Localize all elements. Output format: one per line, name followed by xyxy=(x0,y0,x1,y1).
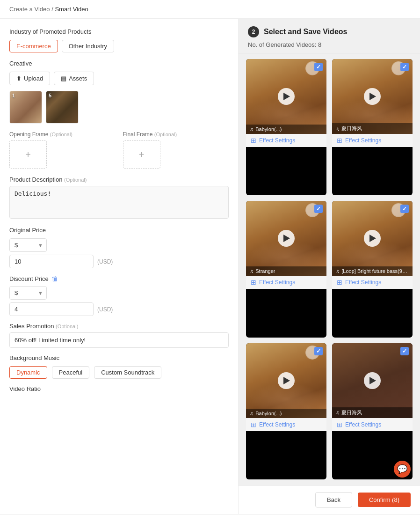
video-music-bar-6: ♫ 夏日海风 xyxy=(332,407,413,418)
effect-settings-4[interactable]: ⊞ Effect Settings xyxy=(332,276,413,289)
play-button-3[interactable] xyxy=(278,230,295,247)
discount-price-unit: (USD) xyxy=(97,306,113,313)
currency-selector: $€£¥ ▼ xyxy=(9,238,47,252)
checkmark-2: ✓ xyxy=(402,64,407,70)
effect-label-4: Effect Settings xyxy=(345,279,381,286)
thumb-number-1: 1 xyxy=(12,93,15,98)
effect-settings-1[interactable]: ⊞ Effect Settings xyxy=(246,134,326,147)
help-button[interactable]: 💬 xyxy=(394,461,411,478)
music-name-1: Babylon(...) xyxy=(255,126,282,132)
video-checkbox-4[interactable]: ✓ xyxy=(400,205,409,213)
video-card-2: ✓ ♫ 夏日海风 ⊞ Effect Settings xyxy=(332,59,413,195)
product-desc-input[interactable]: Delicious! xyxy=(9,186,229,219)
music-name-5: Babylon(...) xyxy=(255,411,282,416)
background-music-label: Background Music xyxy=(9,354,229,361)
play-icon-2 xyxy=(369,93,376,100)
effect-settings-6[interactable]: ⊞ Effect Settings xyxy=(332,418,413,431)
effect-label-2: Effect Settings xyxy=(345,137,381,144)
image-previews: 1 5 xyxy=(9,91,229,124)
breadcrumb-separator: / xyxy=(51,6,53,13)
checkmark-4: ✓ xyxy=(402,206,407,212)
discount-price-section: Discount Price 🗑 $€£¥ ▼ (USD) xyxy=(9,275,229,316)
discount-price-label: Discount Price xyxy=(9,275,49,282)
assets-icon: ▤ xyxy=(61,75,66,82)
music-custom[interactable]: Custom Soundtrack xyxy=(94,366,161,379)
delete-icon[interactable]: 🗑 xyxy=(51,275,58,282)
tag-ecommerce[interactable]: E-commerce xyxy=(9,40,58,52)
video-checkbox-1[interactable]: ✓ xyxy=(314,63,323,71)
upload-icon: ⬆ xyxy=(16,75,22,82)
discount-currency-selector: $€£¥ ▼ xyxy=(9,286,47,300)
opening-frame-upload[interactable]: + xyxy=(9,140,47,169)
breadcrumb: Create a Video / Smart Video xyxy=(0,0,420,19)
discount-price-input[interactable] xyxy=(9,302,94,316)
effect-settings-3[interactable]: ⊞ Effect Settings xyxy=(246,276,326,289)
currency-select[interactable]: $€£¥ xyxy=(9,238,47,252)
right-header: 2 Select and Save Videos No. of Generate… xyxy=(239,19,420,53)
original-price-input-row: (USD) xyxy=(9,255,229,268)
video-card-4: ✓ ♫ [Loop] Bright future bass(9397... ⊞ … xyxy=(332,201,413,337)
video-music-bar-1: ♫ Babylon(...) xyxy=(246,125,326,134)
checkmark-5: ✓ xyxy=(316,348,321,354)
sales-promotion-input[interactable] xyxy=(9,332,229,348)
effect-label-1: Effect Settings xyxy=(259,137,295,144)
video-card-3: ✓ ♫ Stranger ⊞ Effect Settings xyxy=(246,201,326,337)
play-button-6[interactable] xyxy=(364,372,381,389)
creative-section: Creative ⬆ Upload ▤ Assets 1 5 xyxy=(9,60,229,124)
play-button-2[interactable] xyxy=(364,88,381,105)
play-button-5[interactable] xyxy=(278,372,295,389)
play-icon-1 xyxy=(283,93,290,100)
industry-tag-group: E-commerce Other Industry xyxy=(9,40,229,52)
discount-price-header: Discount Price 🗑 xyxy=(9,275,229,282)
original-price-section: Original Price $€£¥ ▼ (USD) xyxy=(9,227,229,268)
image-thumb-1[interactable]: 1 xyxy=(9,91,42,124)
original-price-unit: (USD) xyxy=(97,258,113,265)
play-button-4[interactable] xyxy=(364,230,381,247)
final-frame-label: Final Frame xyxy=(123,131,153,138)
opening-frame-box: Opening Frame (Optional) + xyxy=(9,131,116,169)
assets-button[interactable]: ▤ Assets xyxy=(54,72,94,85)
video-checkbox-5[interactable]: ✓ xyxy=(314,347,323,355)
upload-button[interactable]: ⬆ Upload xyxy=(9,72,50,85)
effect-icon-4: ⊞ xyxy=(337,279,342,286)
sales-promotion-optional: (Optional) xyxy=(56,324,78,329)
step-title: Select and Save Videos xyxy=(264,28,347,36)
music-peaceful[interactable]: Peaceful xyxy=(52,366,90,379)
product-desc-optional: (Optional) xyxy=(64,177,87,183)
breadcrumb-parent[interactable]: Create a Video xyxy=(9,6,50,13)
image-thumb-2[interactable]: 5 xyxy=(46,91,79,124)
video-music-bar-2: ♫ 夏日海风 xyxy=(332,123,413,134)
video-checkbox-3[interactable]: ✓ xyxy=(314,205,323,213)
product-desc-label: Product Description xyxy=(9,176,62,183)
play-button-1[interactable] xyxy=(278,88,295,105)
final-frame-upload[interactable]: + xyxy=(123,140,160,169)
discount-currency-select[interactable]: $€£¥ xyxy=(9,286,47,300)
checkmark-3: ✓ xyxy=(316,206,321,212)
right-panel: 2 Select and Save Videos No. of Generate… xyxy=(239,19,420,514)
step-circle: 2 xyxy=(248,26,259,37)
video-card-5: ✓ ♫ Babylon(...) ⊞ Effect Settings xyxy=(246,343,326,479)
effect-settings-2[interactable]: ⊞ Effect Settings xyxy=(332,134,413,147)
confirm-button[interactable]: Confirm (8) xyxy=(358,493,411,507)
effect-icon-5: ⊞ xyxy=(251,421,256,428)
video-thumb-4: ✓ ♫ [Loop] Bright future bass(9397... xyxy=(332,201,413,276)
tag-other-industry[interactable]: Other Industry xyxy=(62,40,114,52)
effect-settings-5[interactable]: ⊞ Effect Settings xyxy=(246,418,326,431)
music-name-4: [Loop] Bright future bass(9397... xyxy=(341,268,409,274)
video-card-1: ✓ ♫ Babylon(...) ⊞ Effect Settings xyxy=(246,59,326,195)
background-music-section: Background Music Dynamic Peaceful Custom… xyxy=(9,354,229,379)
original-price-input[interactable] xyxy=(9,255,94,268)
video-checkbox-6[interactable]: ✓ xyxy=(400,347,409,355)
discount-price-input-row: (USD) xyxy=(9,302,229,316)
back-button[interactable]: Back xyxy=(315,492,352,508)
discount-currency-row: $€£¥ ▼ xyxy=(9,286,229,300)
original-price-label: Original Price xyxy=(9,227,229,234)
music-dynamic[interactable]: Dynamic xyxy=(9,366,47,379)
checkmark-6: ✓ xyxy=(402,348,407,354)
video-checkbox-2[interactable]: ✓ xyxy=(400,63,409,71)
product-desc-section: Product Description (Optional) Delicious… xyxy=(9,176,229,220)
main-layout: Industry of Promoted Products E-commerce… xyxy=(0,19,420,514)
effect-icon-6: ⊞ xyxy=(337,421,342,428)
step-indicator: 2 Select and Save Videos xyxy=(248,26,411,37)
music-name-2: 夏日海风 xyxy=(341,125,362,132)
